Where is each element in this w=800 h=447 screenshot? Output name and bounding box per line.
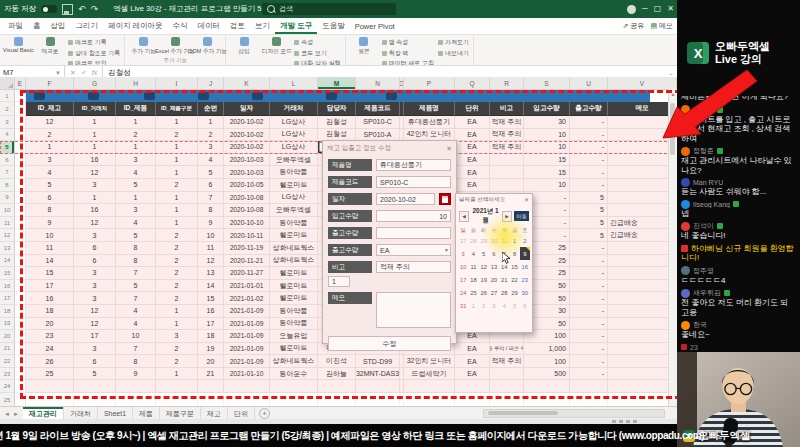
table-cell[interactable]: - — [570, 368, 608, 381]
table-cell[interactable]: EA — [455, 154, 490, 167]
table-cell[interactable]: 5 — [570, 229, 608, 242]
scroll-up-icon[interactable]: ▲ — [671, 91, 676, 97]
column-header[interactable]: G — [74, 77, 116, 89]
calendar-day[interactable]: 2 — [479, 299, 489, 312]
restore-icon[interactable]: ▢ — [654, 0, 662, 18]
empty-cell[interactable] — [270, 393, 318, 406]
table-cell[interactable]: 긴급배송 — [608, 217, 677, 230]
table-cell[interactable]: 12 — [74, 305, 116, 318]
empty-cell[interactable] — [15, 267, 26, 280]
empty-cell[interactable] — [156, 393, 198, 406]
table-cell[interactable]: 2020-10-11 — [224, 229, 270, 242]
empty-cell[interactable] — [15, 129, 26, 142]
row-number[interactable]: 1 — [0, 90, 15, 102]
calendar-day[interactable]: 9 — [520, 247, 530, 260]
column-header[interactable]: L — [270, 77, 318, 89]
ribbon-button[interactable]: 대화 상자 실행 — [294, 59, 340, 66]
column-header[interactable]: Q — [455, 77, 490, 89]
table-cell[interactable]: 김하늘 — [318, 368, 356, 381]
table-cell[interactable]: 2 — [156, 229, 198, 242]
calendar-day[interactable]: 4 — [499, 299, 509, 312]
chat-message[interactable]: 정주영ㄷㄷㄷㄷㄷ4 — [681, 266, 796, 286]
chat-message[interactable]: 새우튀김전 좋아요 저도 머리 환기도 되고용 — [681, 288, 796, 317]
table-cell[interactable]: 1 — [74, 129, 116, 142]
empty-cell[interactable] — [490, 380, 524, 393]
title-band-button[interactable] — [88, 92, 99, 100]
calendar-day[interactable]: 17 — [458, 273, 468, 286]
ribbon-button[interactable]: 속성 — [294, 38, 340, 47]
table-cell[interactable]: 헬로마트 — [270, 292, 318, 305]
table-cell[interactable] — [608, 292, 677, 305]
calendar-day[interactable]: 20 — [489, 273, 499, 286]
table-cell[interactable]: 10 — [524, 141, 570, 154]
menu-tab[interactable]: 홈 — [28, 18, 46, 34]
table-cell[interactable]: 2 — [156, 179, 198, 192]
view-break-icon[interactable] — [626, 420, 630, 423]
empty-cell[interactable] — [490, 393, 524, 406]
row-number[interactable]: 14 — [0, 255, 15, 268]
table-cell[interactable]: 15 — [198, 292, 224, 305]
table-cell[interactable]: - — [570, 280, 608, 293]
text-input[interactable]: 10 — [376, 210, 451, 222]
chat-message[interactable]: 정형준재고 시트를 입고 , 출고 시트로 나눠서 현재고 조회 , 상세 검색… — [681, 105, 796, 144]
table-cell[interactable]: 4 — [116, 318, 156, 331]
table-cell[interactable]: - — [570, 343, 608, 356]
select-all-corner[interactable] — [0, 77, 15, 89]
column-header[interactable]: M — [318, 77, 356, 89]
table-cell[interactable]: 5 — [570, 217, 608, 230]
empty-cell[interactable] — [116, 393, 156, 406]
calendar-day[interactable]: 5 — [479, 247, 489, 260]
table-cell[interactable]: 2020-10-02 — [224, 129, 270, 142]
empty-cell[interactable] — [608, 393, 677, 406]
title-band-button[interactable] — [198, 92, 209, 100]
table-cell[interactable]: 2020-10-05 — [224, 179, 270, 192]
row-number[interactable]: 18 — [0, 305, 15, 318]
table-cell[interactable]: 상화네트웍스 — [270, 255, 318, 268]
calendar-day[interactable]: 16 — [520, 260, 530, 273]
table-cell[interactable]: 2021-01-09 — [224, 343, 270, 356]
row-number[interactable]: 3 — [0, 116, 15, 129]
column-header[interactable]: R — [490, 77, 524, 89]
row-number[interactable]: 15 — [0, 267, 15, 280]
calendar-day[interactable]: 18 — [468, 273, 478, 286]
table-cell[interactable]: LG상사 — [270, 129, 318, 142]
table-cell[interactable]: 2021-01-09 — [224, 318, 270, 331]
close-icon[interactable]: ✕ — [667, 0, 674, 18]
table-cell[interactable]: 2 — [156, 267, 198, 280]
table-cell[interactable]: 2 — [156, 280, 198, 293]
empty-cell[interactable] — [455, 393, 490, 406]
ribbon-button[interactable]: 맵 속성 — [382, 38, 434, 47]
user-avatar[interactable] — [627, 5, 636, 14]
table-cell[interactable]: 오늘유업 — [270, 330, 318, 343]
table-cell[interactable]: - — [570, 141, 608, 154]
table-cell[interactable]: 8 — [198, 204, 224, 217]
table-cell[interactable]: 2020-10-08 — [224, 204, 270, 217]
menu-tab[interactable]: 보기 — [250, 18, 275, 34]
memo-textarea[interactable] — [376, 292, 451, 328]
empty-cell[interactable] — [15, 343, 26, 356]
table-cell[interactable] — [608, 129, 677, 142]
table-cell[interactable]: 3 — [116, 204, 156, 217]
row-number[interactable]: 6 — [0, 154, 15, 167]
table-cell[interactable]: 16 — [198, 305, 224, 318]
chat-message[interactable]: Ilseog Kang넵 — [681, 200, 796, 219]
empty-cell[interactable] — [116, 380, 156, 393]
menu-tab[interactable]: 그리기 — [71, 18, 104, 34]
table-cell[interactable]: - — [570, 318, 608, 331]
table-cell[interactable]: 2020-10-10 — [224, 217, 270, 230]
table-cell[interactable] — [608, 267, 677, 280]
menu-tab[interactable]: 삽입 — [46, 18, 71, 34]
row-number[interactable]: 8 — [0, 179, 15, 192]
table-cell[interactable] — [608, 192, 677, 205]
menu-tab[interactable]: 개발 도구 — [275, 18, 317, 34]
ribbon-button[interactable]: 코드 보기 — [294, 49, 340, 58]
table-cell[interactable]: 헬로마트 — [270, 229, 318, 242]
calendar-day[interactable]: 30 — [520, 286, 530, 299]
row-number[interactable]: 17 — [0, 292, 15, 305]
table-cell[interactable]: 1 — [156, 368, 198, 381]
table-cell[interactable] — [608, 204, 677, 217]
table-cell[interactable] — [608, 343, 677, 356]
table-cell[interactable]: 6 — [198, 179, 224, 192]
table-cell[interactable]: 10 — [26, 229, 74, 242]
table-cell[interactable]: 2021-01-01 — [224, 280, 270, 293]
